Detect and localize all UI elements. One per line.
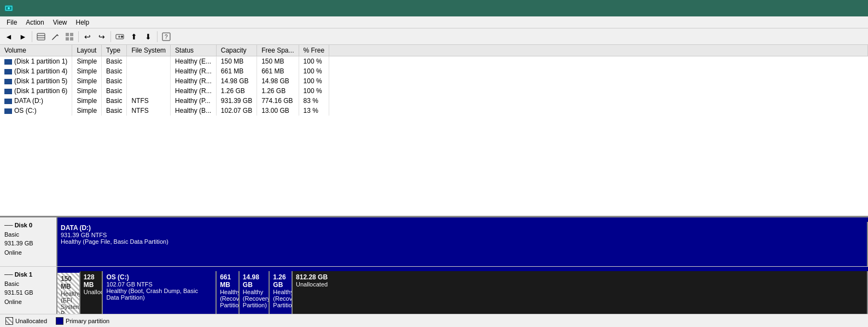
toolbar-btn-3[interactable]: [63, 30, 76, 43]
partition-status: Healthy (Recovery Partition): [273, 289, 288, 308]
cell-type: Basic: [102, 56, 127, 67]
col-layout[interactable]: Layout: [72, 45, 102, 56]
cell-filesystem: NTFS: [127, 106, 171, 116]
toolbar-up[interactable]: ⬆: [127, 30, 141, 43]
table-row[interactable]: (Disk 1 partition 4)SimpleBasicHealthy (…: [0, 66, 868, 76]
col-type[interactable]: Type: [102, 45, 127, 56]
volumes-table-area[interactable]: Volume Layout Type File System Status Ca…: [0, 45, 868, 217]
disk-label: ── Disk 1 Basic 931.51 GB Online: [0, 267, 57, 319]
disk-label: ── Disk 0 Basic 931.39 GB Online: [0, 217, 57, 266]
row-disk-icon: [4, 59, 12, 65]
toolbar-forward[interactable]: ►: [16, 30, 30, 43]
partition-name: 661 MB: [220, 273, 235, 289]
table-row[interactable]: DATA (D:)SimpleBasicNTFSHealthy (P...931…: [0, 96, 868, 106]
toolbar-sep-2: [78, 31, 79, 42]
toolbar-down[interactable]: ⬇: [142, 30, 155, 43]
window-controls: [788, 0, 864, 16]
row-disk-icon: [4, 89, 12, 94]
menu-action[interactable]: Action: [21, 18, 48, 27]
partition-status: Healthy (Boot, Crash Dump, Basic Data Pa…: [106, 288, 212, 301]
cell-volume: DATA (D:): [0, 96, 72, 106]
row-disk-icon: [4, 69, 12, 74]
col-filesystem[interactable]: File System: [127, 45, 171, 56]
disk-parts-row: 150 MBHealthy (EFI System P...128 MBUnal…: [57, 271, 868, 319]
cell-pct: 83 %: [299, 96, 329, 106]
partition[interactable]: 661 MBHealthy (Recovery Partition): [217, 271, 240, 319]
volumes-tbody: (Disk 1 partition 1)SimpleBasicHealthy (…: [0, 56, 868, 116]
table-row[interactable]: (Disk 1 partition 1)SimpleBasicHealthy (…: [0, 56, 868, 67]
partition-status: Unallocated: [84, 289, 99, 295]
legend: Unallocated Primary partition: [0, 314, 868, 327]
cell-layout: Simple: [72, 96, 102, 106]
cell-free: 150 MB: [257, 56, 299, 67]
cell-volume: (Disk 1 partition 5): [0, 76, 72, 86]
cell-pct: 100 %: [299, 76, 329, 86]
table-row[interactable]: (Disk 1 partition 6)SimpleBasicHealthy (…: [0, 86, 868, 96]
partition[interactable]: 812.28 GBUnallocated: [293, 271, 868, 319]
menu-file[interactable]: File: [2, 18, 21, 27]
cell-volume: (Disk 1 partition 1): [0, 56, 72, 67]
cell-status: Healthy (R...: [171, 76, 217, 86]
menu-help[interactable]: Help: [72, 18, 94, 27]
partition-status: Healthy (Page File, Basic Data Partition…: [61, 238, 864, 245]
partition-size: 931.39 GB NTFS: [61, 232, 864, 238]
legend-unalloc-label: Unallocated: [15, 318, 47, 324]
disk-row: ── Disk 0 Basic 931.39 GB OnlineDATA (D:…: [0, 217, 868, 267]
table-row[interactable]: OS (C:)SimpleBasicNTFSHealthy (B...102.0…: [0, 106, 868, 116]
disk-scroll-area[interactable]: ── Disk 0 Basic 931.39 GB OnlineDATA (D:…: [0, 217, 868, 327]
cell-pct: 100 %: [299, 56, 329, 67]
cell-pct: 13 %: [299, 106, 329, 116]
disk-status: Online: [4, 297, 52, 307]
cell-layout: Simple: [72, 56, 102, 67]
cell-capacity: 150 MB: [216, 56, 257, 67]
cell-filesystem: [127, 76, 171, 86]
title-bar: [0, 0, 868, 16]
cell-free: 1.26 GB: [257, 86, 299, 96]
partition[interactable]: 1.26 GBHealthy (Recovery Partition): [270, 271, 293, 319]
close-button[interactable]: [839, 0, 864, 16]
cell-layout: Simple: [72, 86, 102, 96]
partition-name: OS (C:): [106, 273, 212, 281]
disk-id: ── Disk 0: [4, 221, 52, 230]
toolbar-btn-2[interactable]: [49, 30, 62, 43]
col-status[interactable]: Status: [171, 45, 217, 56]
cell-filesystem: [127, 66, 171, 76]
toolbar-help[interactable]: ?: [160, 30, 173, 43]
disk-row: ── Disk 1 Basic 931.51 GB Online150 MBHe…: [0, 267, 868, 319]
toolbar-redo[interactable]: ↪: [95, 30, 108, 43]
cell-type: Basic: [102, 96, 127, 106]
partition-name: 150 MB: [61, 275, 76, 290]
toolbar-btn-1[interactable]: [34, 30, 48, 43]
disk-type: Basic: [4, 279, 52, 289]
partition[interactable]: 128 MBUnallocated: [80, 271, 103, 319]
svg-rect-12: [70, 37, 73, 41]
partition[interactable]: 150 MBHealthy (EFI System P...: [57, 271, 80, 319]
toolbar-add[interactable]: [113, 30, 126, 43]
partition[interactable]: 14.98 GBHealthy (Recovery Partition): [240, 271, 270, 319]
legend-primary-box: [56, 317, 63, 325]
col-capacity[interactable]: Capacity: [216, 45, 257, 56]
disk-parts-row: DATA (D:)931.39 GB NTFSHealthy (Page Fil…: [57, 222, 868, 266]
col-freespace[interactable]: Free Spa...: [257, 45, 299, 56]
cell-capacity: 1.26 GB: [216, 86, 257, 96]
minimize-button[interactable]: [788, 0, 812, 16]
partition-status: Healthy (Recovery Partition): [220, 289, 235, 308]
cell-filesystem: [127, 86, 171, 96]
partition[interactable]: DATA (D:)931.39 GB NTFSHealthy (Page Fil…: [57, 222, 868, 266]
col-extra: [329, 45, 868, 56]
cell-status: Healthy (B...: [171, 106, 217, 116]
col-pctfree[interactable]: % Free: [299, 45, 329, 56]
partition-status: Healthy (EFI System P...: [61, 290, 76, 317]
menu-view[interactable]: View: [49, 18, 72, 27]
cell-filesystem: [127, 56, 171, 67]
toolbar-undo[interactable]: ↩: [81, 30, 94, 43]
volumes-table: Volume Layout Type File System Status Ca…: [0, 45, 868, 116]
cell-free: 13.00 GB: [257, 106, 299, 116]
restore-button[interactable]: [813, 0, 838, 16]
table-row[interactable]: (Disk 1 partition 5)SimpleBasicHealthy (…: [0, 76, 868, 86]
col-volume[interactable]: Volume: [0, 45, 72, 56]
disk-size: 931.39 GB: [4, 239, 52, 248]
partition[interactable]: OS (C:)102.07 GB NTFSHealthy (Boot, Cras…: [103, 271, 217, 319]
disk-view: ── Disk 0 Basic 931.39 GB OnlineDATA (D:…: [0, 217, 868, 327]
toolbar-back[interactable]: ◄: [2, 30, 15, 43]
